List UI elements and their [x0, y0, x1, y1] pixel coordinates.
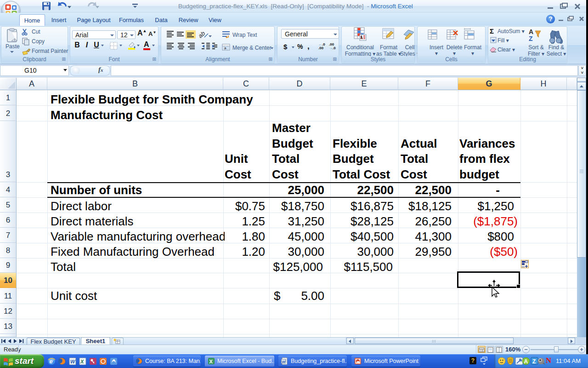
- svg-text:Z: Z: [532, 358, 536, 365]
- svg-text:Z: Z: [529, 35, 533, 42]
- svg-text:W: W: [70, 359, 76, 364]
- svg-text:A: A: [529, 28, 533, 35]
- svg-text:a: a: [224, 46, 226, 50]
- svg-text:X: X: [80, 359, 84, 364]
- svg-text:X: X: [209, 359, 213, 364]
- svg-text:A: A: [524, 358, 528, 365]
- svg-text:ab: ab: [198, 30, 206, 39]
